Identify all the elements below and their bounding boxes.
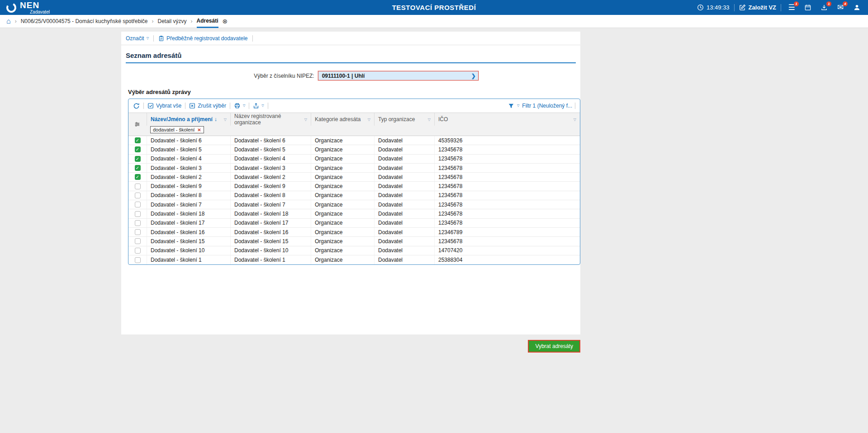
cell-type: Dodavatel bbox=[374, 145, 434, 154]
table-row[interactable]: Dodavatel - školení 8 Dodavatel - školen… bbox=[128, 191, 580, 200]
separator bbox=[781, 4, 781, 11]
content-card: Označit▽ Předběžně registrovat dodavatel… bbox=[121, 32, 580, 334]
cell-type: Dodavatel bbox=[374, 136, 434, 145]
cell-category: Organizace bbox=[311, 173, 374, 181]
column-filter-icon[interactable]: ▽ bbox=[428, 118, 431, 122]
cell-ico: 14707420 bbox=[434, 246, 580, 255]
download-button[interactable]: 1 bbox=[818, 2, 830, 14]
cell-org: Dodavatel - školení 18 bbox=[230, 209, 311, 218]
row-checkbox[interactable] bbox=[135, 184, 141, 189]
chevron-down-icon: ▽ bbox=[261, 104, 264, 108]
column-filter-icon[interactable]: ▽ bbox=[368, 118, 370, 122]
cell-category: Organizace bbox=[311, 219, 374, 227]
clear-selection-button[interactable]: Zrušit výběr bbox=[189, 103, 226, 109]
active-filter-label[interactable]: Filtr 1 (Neuložený f... bbox=[522, 103, 572, 109]
breadcrumb-active-adresati[interactable]: Adresáti bbox=[197, 15, 218, 28]
footer-actions: Vybrat adresáty bbox=[121, 340, 580, 353]
row-checkbox[interactable]: ✓ bbox=[135, 174, 141, 180]
cell-org: Dodavatel - školení 15 bbox=[230, 237, 311, 245]
cell-name: Dodavatel - školení 3 bbox=[147, 164, 230, 172]
cell-name: Dodavatel - školení 15 bbox=[147, 237, 230, 245]
breadcrumb-item-detail[interactable]: Detail výzvy bbox=[158, 18, 187, 24]
open-picker-icon[interactable]: ❯ bbox=[470, 73, 477, 79]
table-row[interactable]: Dodavatel - školení 7 Dodavatel - školen… bbox=[128, 200, 580, 209]
table-row[interactable]: Dodavatel - školení 18 Dodavatel - škole… bbox=[128, 209, 580, 218]
chevron-down-icon[interactable]: ▽ bbox=[517, 104, 519, 108]
table-row[interactable]: Dodavatel - školení 1 Dodavatel - školen… bbox=[128, 255, 580, 264]
cell-org: Dodavatel - školení 2 bbox=[230, 173, 311, 181]
brand-role: Zadavatel bbox=[30, 10, 50, 14]
separator bbox=[153, 35, 154, 42]
cell-type: Dodavatel bbox=[374, 255, 434, 264]
row-checkbox[interactable] bbox=[135, 202, 141, 207]
nen-logo[interactable]: NEN Zadavatel bbox=[5, 1, 50, 14]
cell-name: Dodavatel - školení 10 bbox=[147, 246, 230, 255]
column-header-ico[interactable]: IČO▽ bbox=[434, 113, 580, 126]
column-header-organization[interactable]: Název registrované organizace▽ bbox=[230, 113, 311, 126]
table-row[interactable]: ✓ Dodavatel - školení 5 Dodavatel - škol… bbox=[128, 145, 580, 154]
preregister-supplier-button[interactable]: Předběžně registrovat dodavatele bbox=[158, 35, 247, 42]
table-row[interactable]: ✓ Dodavatel - školení 6 Dodavatel - škol… bbox=[128, 136, 580, 145]
column-header-category[interactable]: Kategorie adresáta▽ bbox=[311, 113, 374, 126]
table-row[interactable]: Dodavatel - školení 15 Dodavatel - škole… bbox=[128, 237, 580, 246]
export-button[interactable]: ▽ bbox=[253, 103, 264, 109]
table-row[interactable]: Dodavatel - školení 17 Dodavatel - škole… bbox=[128, 219, 580, 228]
cell-name: Dodavatel - školení 1 bbox=[147, 255, 230, 264]
menu-button[interactable]: ☰1 bbox=[786, 2, 797, 14]
create-vz-button[interactable]: Založit VZ bbox=[739, 4, 776, 11]
table-row[interactable]: ✓ Dodavatel - školení 3 Dodavatel - škol… bbox=[128, 164, 580, 173]
addressees-grid: Vybrat vše Zrušit výběr ▽ bbox=[128, 99, 580, 265]
cell-ico: 12345678 bbox=[434, 173, 580, 181]
table-row[interactable]: Dodavatel - školení 16 Dodavatel - škole… bbox=[128, 228, 580, 237]
row-checkbox[interactable]: ✓ bbox=[135, 146, 141, 152]
clock-icon bbox=[697, 4, 704, 11]
column-filter-icon[interactable]: ▽ bbox=[224, 118, 227, 122]
select-all-button[interactable]: Vybrat vše bbox=[147, 103, 181, 109]
close-tab-icon[interactable]: ⊗ bbox=[223, 18, 228, 24]
mail-button[interactable]: ✉4 bbox=[835, 2, 846, 14]
row-checkbox[interactable]: ✓ bbox=[135, 165, 141, 171]
row-checkbox[interactable] bbox=[135, 257, 141, 263]
row-checkbox[interactable] bbox=[135, 220, 141, 226]
column-settings-icon[interactable] bbox=[134, 122, 141, 127]
cell-type: Dodavatel bbox=[374, 173, 434, 181]
table-row[interactable]: Dodavatel - školení 10 Dodavatel - škole… bbox=[128, 246, 580, 255]
checkbox-check-icon bbox=[147, 103, 154, 109]
mark-button[interactable]: Označit▽ bbox=[126, 35, 149, 42]
row-checkbox[interactable] bbox=[135, 211, 141, 217]
user-button[interactable] bbox=[851, 2, 863, 14]
nipez-field[interactable]: 09111100-1 | Uhlí ❯ bbox=[318, 71, 479, 80]
table-row[interactable]: ✓ Dodavatel - školení 2 Dodavatel - škol… bbox=[128, 173, 580, 182]
row-checkbox[interactable] bbox=[135, 229, 141, 235]
row-checkbox[interactable]: ✓ bbox=[135, 156, 141, 162]
row-checkbox[interactable] bbox=[135, 238, 141, 244]
separator bbox=[230, 103, 230, 109]
cell-ico: 25388304 bbox=[434, 255, 580, 264]
table-row[interactable]: ✓ Dodavatel - školení 4 Dodavatel - škol… bbox=[128, 155, 580, 164]
column-filter-icon[interactable]: ▽ bbox=[304, 118, 307, 122]
select-addressees-button[interactable]: Vybrat adresáty bbox=[528, 340, 580, 353]
column-header-type[interactable]: Typ organizace▽ bbox=[374, 113, 434, 126]
remove-filter-icon[interactable]: ✕ bbox=[197, 127, 201, 132]
print-button[interactable]: ▽ bbox=[234, 103, 245, 109]
cell-ico: 12345678 bbox=[434, 209, 580, 218]
cell-ico: 12345678 bbox=[434, 164, 580, 172]
filter-funnel-icon[interactable] bbox=[508, 103, 514, 109]
cell-name: Dodavatel - školení 18 bbox=[147, 209, 230, 218]
page-title: Seznam adresátů bbox=[126, 52, 576, 59]
table-row[interactable]: Dodavatel - školení 9 Dodavatel - školen… bbox=[128, 182, 580, 191]
row-checkbox[interactable]: ✓ bbox=[135, 137, 141, 143]
cell-type: Dodavatel bbox=[374, 191, 434, 200]
calendar-button[interactable] bbox=[802, 2, 814, 14]
row-checkbox[interactable] bbox=[135, 248, 141, 254]
column-header-name[interactable]: Název/Jméno a příjmení ↓ ▽ bbox=[147, 113, 230, 126]
column-filter-icon[interactable]: ▽ bbox=[574, 118, 576, 122]
refresh-button[interactable] bbox=[133, 103, 140, 109]
nen-logo-icon bbox=[5, 2, 17, 14]
filter-chip[interactable]: dodavatel - školení ✕ bbox=[150, 126, 204, 133]
breadcrumb-item-contract[interactable]: N006/25/V00004575 - Domácí kuchyňské spo… bbox=[21, 18, 148, 24]
clipboard-icon bbox=[158, 35, 164, 42]
separator bbox=[734, 4, 735, 11]
row-checkbox[interactable] bbox=[135, 193, 141, 198]
home-icon[interactable]: ⌂ bbox=[6, 18, 11, 25]
